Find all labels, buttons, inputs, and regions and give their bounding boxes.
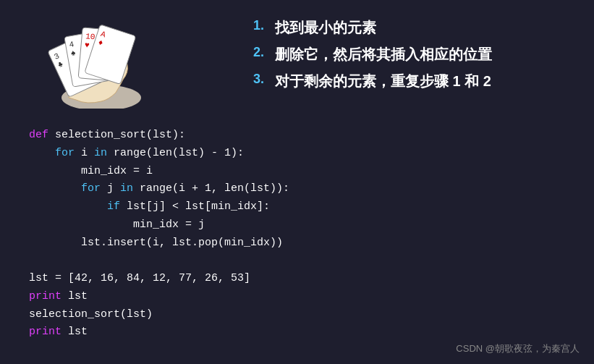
right-panel: 1. 找到最小的元素 2. 删除它，然后将其插入相应的位置 3. 对于剩余的元素… xyxy=(239,14,572,350)
code-section: def selection_sort(lst): for i in range(… xyxy=(22,127,239,342)
code-line-3: min_idx = i xyxy=(29,163,232,181)
step-item-2: 2. 删除它，然后将其插入相应的位置 xyxy=(253,45,572,64)
card-image: 3 ♣ 3 4 ♠ 10 ♥ A xyxy=(29,14,188,109)
code-line-12: print lst xyxy=(29,323,232,342)
step-text-2: 删除它，然后将其插入相应的位置 xyxy=(275,45,492,64)
code-line-11: selection_sort(lst) xyxy=(29,306,232,324)
step-item-3: 3. 对于剩余的元素，重复步骤 1 和 2 xyxy=(253,72,572,91)
step-text-1: 找到最小的元素 xyxy=(275,18,376,38)
step-text-3: 对于剩余的元素，重复步骤 1 和 2 xyxy=(275,72,491,91)
code-line-6: min_idx = j xyxy=(29,216,232,234)
steps-list: 1. 找到最小的元素 2. 删除它，然后将其插入相应的位置 3. 对于剩余的元素… xyxy=(253,18,572,91)
code-line-1: def selection_sort(lst): xyxy=(29,127,232,145)
svg-text:10: 10 xyxy=(85,32,96,41)
code-line-9: lst = [42, 16, 84, 12, 77, 26, 53] xyxy=(29,270,232,288)
step-number-1: 1. xyxy=(253,18,275,33)
code-block: def selection_sort(lst): for i in range(… xyxy=(29,127,232,342)
code-line-5: if lst[j] < lst[min_idx]: xyxy=(29,198,232,216)
left-panel: 3 ♣ 3 4 ♠ 10 ♥ A xyxy=(22,14,239,350)
code-line-10: print lst xyxy=(29,288,232,306)
step-number-2: 2. xyxy=(253,45,275,60)
code-line-blank xyxy=(29,252,232,270)
code-line-2: for i in range(len(lst) - 1): xyxy=(29,145,232,163)
step-number-3: 3. xyxy=(253,72,275,87)
code-line-7: lst.insert(i, lst.pop(min_idx)) xyxy=(29,234,232,253)
main-container: 3 ♣ 3 4 ♠ 10 ♥ A xyxy=(0,0,594,364)
code-line-4: for j in range(i + 1, len(lst)): xyxy=(29,180,232,198)
step-item-1: 1. 找到最小的元素 xyxy=(253,18,572,38)
footer-text: CSDN @朝歌夜弦，为秦宫人 xyxy=(456,342,580,355)
